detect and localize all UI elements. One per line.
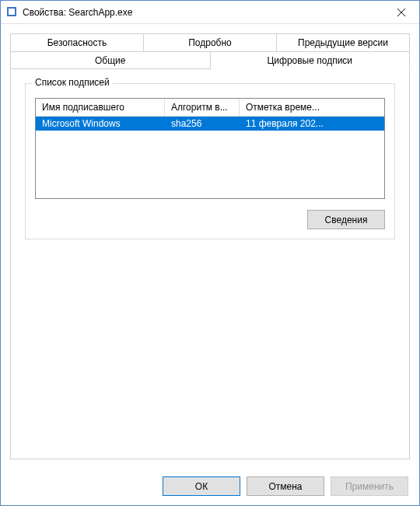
svg-rect-0	[8, 8, 16, 16]
list-row[interactable]: Microsoft Windows sha256 11 февраля 202.…	[36, 117, 384, 131]
tab-general[interactable]: Общие	[10, 51, 211, 70]
tab-digital-signatures[interactable]: Цифровые подписи	[210, 51, 411, 70]
cell-timestamp: 11 февраля 202...	[240, 117, 384, 131]
cancel-button[interactable]: Отмена	[247, 476, 324, 496]
col-timestamp[interactable]: Отметка време...	[240, 99, 384, 116]
window-title: Свойства: SearchApp.exe	[23, 7, 383, 18]
ok-button[interactable]: ОК	[163, 476, 240, 496]
tab-security[interactable]: Безопасность	[10, 33, 144, 52]
dialog-buttons: ОК Отмена Применить	[1, 469, 419, 505]
tab-details[interactable]: Подробно	[143, 33, 277, 52]
group-title: Список подписей	[32, 77, 113, 88]
tabstrip: Безопасность Подробно Предыдущие версии …	[10, 33, 410, 69]
signature-group: Список подписей Имя подписавшего Алгорит…	[25, 83, 395, 239]
tab-previous-versions[interactable]: Предыдущие версии	[276, 33, 410, 52]
cell-algorithm: sha256	[165, 117, 240, 131]
close-button[interactable]	[383, 1, 419, 24]
titlebar: Свойства: SearchApp.exe	[1, 1, 419, 24]
content-area: Безопасность Подробно Предыдущие версии …	[1, 24, 419, 469]
col-signer[interactable]: Имя подписавшего	[36, 99, 165, 116]
list-header: Имя подписавшего Алгоритм в... Отметка в…	[36, 99, 384, 117]
app-icon	[7, 7, 18, 18]
cell-signer: Microsoft Windows	[36, 117, 165, 131]
details-button[interactable]: Сведения	[307, 210, 385, 229]
tabpanel: Список подписей Имя подписавшего Алгорит…	[10, 68, 410, 459]
apply-button[interactable]: Применить	[331, 476, 408, 496]
signature-list[interactable]: Имя подписавшего Алгоритм в... Отметка в…	[35, 98, 385, 199]
col-algorithm[interactable]: Алгоритм в...	[165, 99, 240, 116]
